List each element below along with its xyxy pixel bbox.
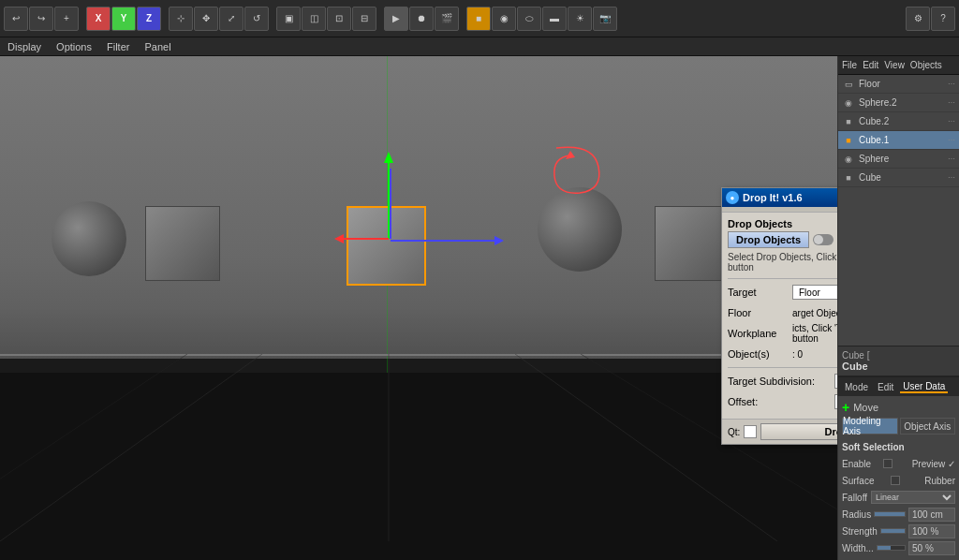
toolbar-btn-scale[interactable]: ⤢ [219, 7, 243, 31]
objects-value: : 0 [792, 349, 837, 360]
cube2-icon: ■ [842, 115, 855, 128]
target-label: Target [728, 287, 789, 298]
toolbar-objects: ■ ◉ ⬭ ▬ ☀ 📷 [466, 7, 617, 31]
floor-value: arget Objects [792, 308, 837, 318]
qt-label: Qt: [728, 427, 740, 437]
obj-list-item-cube2[interactable]: ■ Cube.2 ⋯ [838, 112, 959, 131]
ss-radius-row: Radius 100 cm [842, 506, 955, 523]
obj-list-item-sphere[interactable]: ◉ Sphere ⋯ [838, 150, 959, 169]
menu-panel[interactable]: Panel [140, 41, 174, 52]
obj-list-item-cube1[interactable]: ■ Cube.1 ⋯ [838, 131, 959, 150]
cube-right-object[interactable] [655, 206, 730, 281]
obj-sphere-name: Sphere [859, 154, 944, 164]
toolbar-btn-mode3[interactable]: ⊡ [327, 7, 351, 31]
tab-edit[interactable]: Edit [875, 382, 896, 392]
ss-enable-checkbox[interactable] [883, 459, 893, 468]
ss-falloff-select[interactable]: Linear [871, 491, 955, 504]
obj-list-item-floor[interactable]: ▭ Floor ⋯ [838, 75, 959, 94]
tab-mode[interactable]: Mode [842, 382, 871, 392]
toolbar-btn-undo[interactable]: ↩ [4, 7, 28, 31]
menu-options[interactable]: Options [52, 41, 96, 52]
toolbar-btn-mode1[interactable]: ▣ [276, 7, 301, 31]
toolbar-axis: X Y Z [86, 7, 161, 31]
toolbar-btn-settings[interactable]: ⚙ [906, 7, 930, 31]
sphere-left-object[interactable] [52, 201, 126, 276]
drop-objects-toggle[interactable] [813, 234, 834, 245]
right-menu-file[interactable]: File [842, 60, 857, 70]
object-axis-tab[interactable]: Object Axis [900, 418, 956, 435]
cube1-icon: ■ [842, 134, 855, 147]
obj-cube-name: Cube [859, 172, 944, 183]
obj-sphere2-name: Sphere.2 [859, 97, 944, 108]
ss-radius-value: 100 cm [908, 508, 955, 522]
obj-list-item-sphere2[interactable]: ◉ Sphere.2 ⋯ [838, 94, 959, 112]
ss-strength-row: Strength 100 % [842, 523, 955, 539]
modeling-axis-tab[interactable]: Modeling Axis [842, 418, 898, 435]
toolbar-btn-light[interactable]: ☀ [568, 7, 592, 31]
right-menu-view[interactable]: View [884, 60, 905, 70]
toolbar-btn-sphere[interactable]: ◉ [492, 7, 516, 31]
drop-objects-section-label: Drop Objects [728, 218, 837, 229]
toolbar-btn-select[interactable]: ⊹ [169, 7, 193, 31]
toolbar-btn-mode4[interactable]: ⊟ [352, 7, 376, 31]
ss-radius-bar[interactable] [874, 511, 906, 517]
toolbar-btn-cylinder[interactable]: ⬭ [517, 7, 541, 31]
svg-marker-12 [566, 151, 575, 159]
viewport[interactable]: ● Drop It! v1.6 _ □ ✕ Drop Objects Drop … [0, 56, 837, 560]
move-label: Move [853, 402, 878, 413]
ss-rubber-label: Rubber [924, 476, 955, 486]
toolbar-btn-render[interactable]: ▶ [384, 7, 408, 31]
target-subdiv-input[interactable] [834, 374, 837, 389]
ss-enable-row: Enable Preview ✓ [842, 455, 955, 472]
obj-list-item-cube[interactable]: ■ Cube ⋯ [838, 169, 959, 187]
toolbar-btn-render2[interactable]: ⏺ [409, 7, 434, 31]
toolbar-btn-help[interactable]: ? [931, 7, 955, 31]
right-menu-edit[interactable]: Edit [863, 60, 878, 70]
drop-objects-btn[interactable]: Drop Objects [728, 231, 809, 248]
target-select[interactable]: Floor Workplane Object(s) [792, 285, 837, 300]
toolbar-btn-move[interactable]: ✥ [194, 7, 218, 31]
svg-line-0 [0, 354, 262, 541]
drop-objects-btn-row: Drop Objects [728, 231, 837, 248]
sphere-icon: ◉ [842, 153, 855, 166]
toolbar-btn-x[interactable]: X [86, 7, 111, 31]
drop-it-btn[interactable]: Drop It! [760, 423, 837, 440]
ss-strength-bar[interactable] [880, 528, 906, 534]
toolbar-btn-plane[interactable]: ▬ [542, 7, 567, 31]
objects-row: Object(s) : 0 [728, 345, 837, 363]
drop-dialog: ● Drop It! v1.6 _ □ ✕ Drop Objects Drop … [721, 187, 837, 445]
ss-strength-fill [881, 529, 905, 533]
dialog-divider-2 [728, 367, 837, 368]
obj-floor-dots: ⋯ [948, 80, 955, 88]
toolbar-btn-rotate[interactable]: ↺ [244, 7, 269, 31]
svg-marker-6 [384, 152, 393, 163]
red-curve-decoration [547, 139, 608, 199]
workplane-desc: icts, Click 'Target Objects' button [792, 323, 837, 344]
menu-display[interactable]: Display [4, 41, 45, 52]
right-menu-objects[interactable]: Objects [910, 60, 942, 70]
toolbar-btn-mode2[interactable]: ◫ [302, 7, 326, 31]
dialog-color-box[interactable] [744, 425, 757, 438]
ss-width-row: Width... 50 % [842, 539, 955, 556]
objects-label: Object(s) [728, 348, 789, 360]
toolbar-btn-new[interactable]: + [54, 7, 79, 31]
ss-surface-checkbox[interactable] [891, 476, 900, 485]
workplane-label: Workplane [728, 328, 789, 339]
cube-left-object[interactable] [145, 206, 220, 281]
toolbar-btn-z[interactable]: Z [137, 7, 161, 31]
toolbar-btn-camera[interactable]: 📷 [593, 7, 617, 31]
obj-cube1-dots: ⋯ [948, 136, 955, 144]
ss-strength-label: Strength [842, 526, 878, 537]
menu-filter[interactable]: Filter [103, 41, 133, 52]
toolbar-btn-redo[interactable]: ↪ [29, 7, 53, 31]
toolbar-btn-y[interactable]: Y [111, 7, 136, 31]
obj-cube2-dots: ⋯ [948, 117, 955, 125]
toolbar-btn-render3[interactable]: 🎬 [435, 7, 459, 31]
toolbar-btn-cube[interactable]: ■ [466, 7, 491, 31]
target-subdiv-label: Target Subdivision: [728, 376, 831, 387]
tab-user-data[interactable]: User Data [900, 381, 948, 393]
offset-input[interactable] [834, 394, 837, 409]
ss-width-bar[interactable] [877, 545, 906, 551]
main-content: ● Drop It! v1.6 _ □ ✕ Drop Objects Drop … [0, 56, 959, 560]
soft-selection-title: Soft Selection [842, 442, 955, 452]
